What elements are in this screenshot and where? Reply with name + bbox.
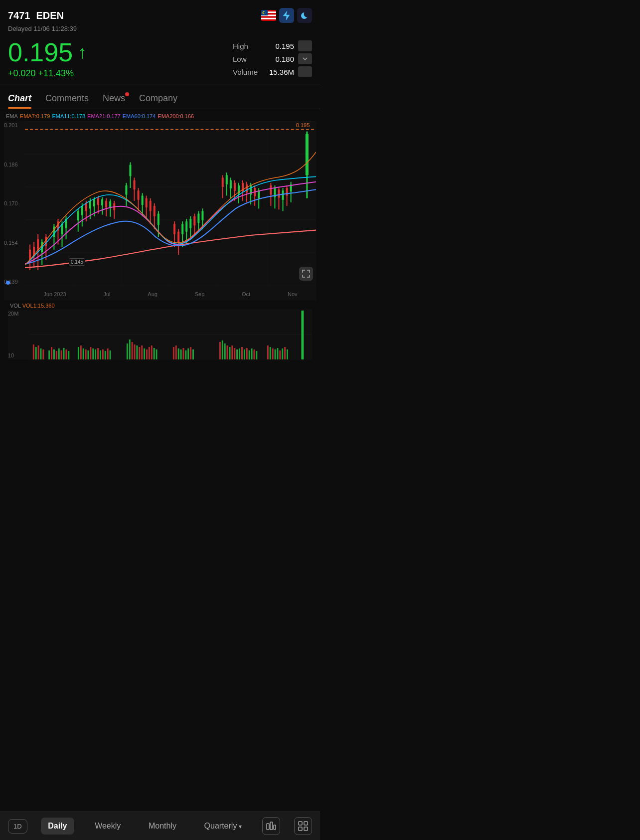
svg-rect-176 bbox=[175, 345, 177, 359]
volume-btn[interactable] bbox=[298, 66, 312, 77]
svg-rect-117 bbox=[270, 185, 272, 195]
tab-news[interactable]: News bbox=[103, 88, 125, 109]
svg-rect-179 bbox=[182, 348, 184, 359]
svg-rect-5 bbox=[261, 16, 276, 18]
volume-label: Volume bbox=[233, 68, 260, 76]
high-btn[interactable] bbox=[298, 40, 312, 51]
svg-rect-103 bbox=[234, 183, 236, 191]
svg-rect-150 bbox=[83, 348, 84, 359]
svg-rect-151 bbox=[85, 349, 87, 359]
tab-company[interactable]: Company bbox=[139, 88, 177, 109]
svg-rect-201 bbox=[270, 347, 271, 359]
svg-rect-57 bbox=[105, 201, 107, 207]
vol-labels: VOL VOL1:15.360 bbox=[8, 303, 312, 309]
svg-rect-69 bbox=[138, 190, 140, 200]
high-value: 0.195 bbox=[264, 42, 294, 50]
vol-y-10: 10 bbox=[8, 352, 29, 358]
svg-rect-170 bbox=[146, 349, 148, 359]
svg-rect-207 bbox=[284, 347, 286, 359]
svg-rect-59 bbox=[109, 201, 111, 207]
svg-rect-191 bbox=[236, 349, 238, 359]
svg-rect-121 bbox=[278, 189, 280, 198]
x-label-nov: Nov bbox=[288, 291, 298, 297]
svg-rect-172 bbox=[151, 345, 153, 359]
low-label: Low bbox=[233, 55, 260, 63]
price-left: 0.195 ↑ +0.020 +11.43% bbox=[8, 37, 87, 79]
high-label: High bbox=[233, 42, 260, 50]
ema60-label: EMA60:0.174 bbox=[123, 113, 156, 119]
svg-rect-153 bbox=[90, 347, 91, 359]
svg-rect-45 bbox=[81, 206, 83, 215]
svg-rect-101 bbox=[230, 180, 232, 189]
svg-rect-177 bbox=[178, 348, 179, 359]
header-top: 7471 EDEN bbox=[8, 8, 312, 23]
price-callout-label: 0.145 bbox=[69, 258, 85, 266]
svg-rect-47 bbox=[85, 203, 87, 211]
svg-rect-185 bbox=[222, 340, 223, 359]
price-change: +0.020 +11.43% bbox=[8, 68, 87, 79]
svg-rect-85 bbox=[181, 224, 183, 234]
svg-rect-202 bbox=[272, 348, 274, 359]
price-up-arrow: ↑ bbox=[78, 42, 87, 63]
price-stats: High 0.195 Low 0.180 Volume 15.36M bbox=[233, 40, 312, 77]
tab-comments[interactable]: Comments bbox=[45, 88, 89, 109]
ema11-label: EMA11:0.178 bbox=[52, 113, 85, 119]
svg-rect-175 bbox=[173, 347, 174, 359]
svg-rect-162 bbox=[127, 343, 128, 359]
svg-rect-167 bbox=[139, 347, 140, 359]
header-icons bbox=[261, 8, 312, 23]
price-chart[interactable]: 0.201 0.186 0.170 0.154 0.139 bbox=[4, 121, 316, 301]
x-label-jul: Jul bbox=[103, 291, 110, 297]
svg-rect-63 bbox=[125, 185, 127, 195]
svg-rect-183 bbox=[192, 349, 194, 359]
x-label-oct: Oct bbox=[242, 291, 250, 297]
ema200-label: EMA200:0.166 bbox=[158, 113, 194, 119]
svg-rect-97 bbox=[222, 177, 224, 187]
svg-rect-186 bbox=[224, 343, 226, 359]
tab-chart[interactable]: Chart bbox=[8, 88, 31, 109]
svg-rect-156 bbox=[97, 348, 99, 359]
svg-point-10 bbox=[263, 11, 266, 14]
y-label-2: 0.170 bbox=[4, 200, 25, 206]
svg-rect-137 bbox=[40, 348, 42, 359]
svg-rect-125 bbox=[286, 188, 288, 195]
expand-chart-btn[interactable] bbox=[299, 267, 313, 281]
price-row: 0.195 ↑ +0.020 +11.43% High 0.195 Low 0.… bbox=[8, 37, 312, 79]
chart-section: EMA EMA7:0.179 EMA11:0.178 EMA21:0.177 E… bbox=[0, 109, 320, 361]
svg-rect-159 bbox=[105, 351, 106, 359]
svg-rect-154 bbox=[92, 348, 94, 359]
svg-rect-147 bbox=[68, 351, 69, 359]
svg-rect-206 bbox=[282, 348, 283, 359]
svg-rect-81 bbox=[173, 224, 175, 234]
svg-rect-197 bbox=[251, 348, 253, 359]
svg-rect-174 bbox=[156, 349, 158, 359]
svg-rect-43 bbox=[77, 211, 79, 220]
svg-rect-178 bbox=[180, 349, 182, 359]
svg-rect-198 bbox=[253, 349, 255, 359]
svg-rect-190 bbox=[234, 348, 235, 359]
svg-rect-205 bbox=[279, 350, 281, 359]
flash-icon-btn[interactable] bbox=[279, 8, 294, 23]
vol-y-20m: 20M bbox=[8, 311, 29, 317]
x-label-jun: Jun 2023 bbox=[43, 291, 66, 297]
svg-rect-196 bbox=[249, 350, 250, 359]
svg-rect-136 bbox=[38, 345, 39, 359]
malaysia-flag-icon[interactable] bbox=[261, 10, 276, 21]
low-btn[interactable] bbox=[298, 53, 312, 64]
svg-rect-95 bbox=[201, 211, 203, 220]
svg-rect-163 bbox=[129, 339, 131, 359]
svg-rect-134 bbox=[33, 344, 34, 359]
y-label-0: 0.201 bbox=[4, 122, 25, 128]
svg-rect-139 bbox=[48, 350, 50, 359]
svg-rect-6 bbox=[261, 18, 276, 19]
svg-rect-168 bbox=[141, 345, 143, 359]
svg-rect-83 bbox=[177, 232, 179, 243]
svg-rect-141 bbox=[53, 349, 55, 359]
svg-rect-208 bbox=[287, 349, 288, 359]
svg-rect-55 bbox=[101, 199, 103, 205]
stock-number: 7471 bbox=[8, 10, 30, 21]
moon-icon-btn[interactable] bbox=[297, 8, 312, 23]
svg-rect-157 bbox=[100, 350, 101, 359]
svg-rect-99 bbox=[226, 175, 228, 184]
svg-rect-203 bbox=[275, 349, 276, 359]
